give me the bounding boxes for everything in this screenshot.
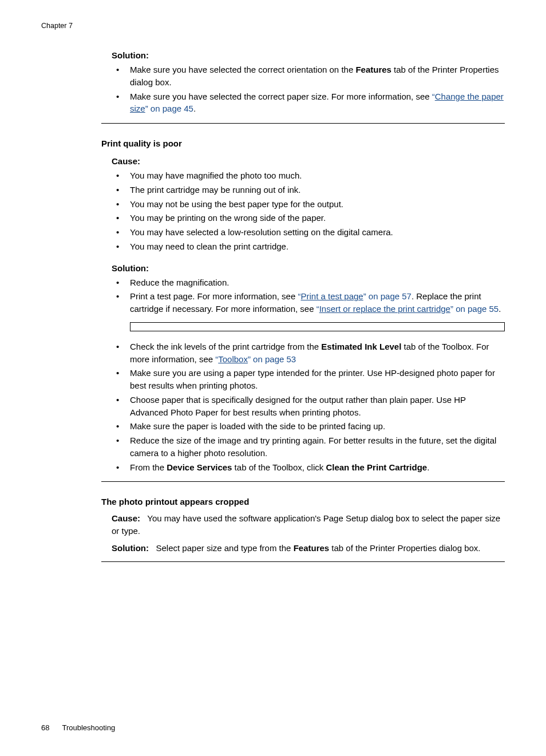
list-item: Make sure you are using a paper type int… (112, 367, 505, 392)
solution-paragraph: Solution: Select paper size and type fro… (112, 542, 505, 555)
list-item: The print cartridge may be running out o… (112, 184, 505, 196)
bold-text: Features (294, 543, 330, 553)
solution-list-1: Make sure you have selected the correct … (112, 64, 505, 115)
text: Make sure you have selected the correct … (130, 92, 432, 101)
list-item: Choose paper that is specifically design… (112, 394, 505, 419)
solution-heading-1: Solution: (112, 50, 505, 60)
list-item: Make sure you have selected the correct … (112, 64, 505, 89)
footer-section: Troubleshooting (62, 723, 115, 732)
print-test-page-link[interactable]: Print a test page (300, 291, 363, 301)
list-item: Print a test page. For more information,… (112, 290, 505, 315)
list-item: You may have magnified the photo too muc… (112, 169, 505, 182)
link-page-ref: ” on page 53 (248, 354, 296, 364)
separator (101, 481, 505, 482)
text: From the (130, 462, 167, 472)
solution-heading-2: Solution: (112, 263, 505, 273)
cause-text: You may have used the software applicati… (112, 513, 500, 536)
solution-list-2b: Check the ink levels of the print cartri… (112, 341, 505, 474)
text: Check the ink levels of the print cartri… (130, 342, 321, 351)
text: . (498, 304, 501, 314)
list-item: From the Device Services tab of the Tool… (112, 461, 505, 474)
cause-heading: Cause: (112, 156, 505, 166)
text: . (427, 462, 429, 472)
cause-list: You may have magnified the photo too muc… (112, 169, 505, 253)
text: Make sure you have selected the correct … (130, 65, 355, 74)
solution-list-2: Reduce the magnification. Print a test p… (112, 276, 505, 315)
bold-text: Estimated Ink Level (321, 342, 401, 351)
list-item: Reduce the magnification. (112, 276, 505, 289)
insert-replace-cartridge-link[interactable]: Insert or replace the print cartridge (319, 304, 450, 314)
cause-paragraph: Cause: You may have used the software ap… (112, 512, 505, 537)
page-footer: 68Troubleshooting (41, 723, 115, 732)
list-item: You may be printing on the wrong side of… (112, 212, 505, 224)
page-number: 68 (41, 723, 49, 732)
cropped-heading: The photo printout appears cropped (101, 497, 505, 506)
list-item: Make sure the paper is loaded with the s… (112, 420, 505, 433)
link-page-ref: ” on page 45 (145, 104, 193, 113)
chapter-header: Chapter 7 (41, 22, 505, 30)
text: . (193, 104, 196, 113)
cause-label: Cause: (112, 513, 140, 523)
link-page-ref: ” on page 55 (450, 304, 498, 314)
bold-text: Features (355, 65, 391, 74)
toolbox-link[interactable]: Toolbox (218, 354, 248, 364)
text: Select paper size and type from the (156, 543, 294, 553)
separator (101, 561, 505, 562)
link-page-ref: ” on page 57 (363, 291, 412, 301)
list-item: You may need to clean the print cartridg… (112, 240, 505, 253)
list-item: Check the ink levels of the print cartri… (112, 341, 505, 366)
text: tab of the Toolbox, click (232, 462, 326, 472)
list-item: You may not be using the best paper type… (112, 198, 505, 211)
list-item: You may have selected a low-resolution s… (112, 226, 505, 239)
note-box (130, 322, 505, 331)
list-item: Make sure you have selected the correct … (112, 90, 505, 116)
list-item: Reduce the size of the image and try pri… (112, 434, 505, 460)
bold-text: Device Services (167, 462, 232, 472)
solution-label: Solution: (112, 543, 149, 553)
separator (101, 123, 505, 124)
text: tab of the Printer Properties dialog box… (329, 543, 480, 553)
bold-text: Clean the Print Cartridge (326, 462, 427, 472)
text: Print a test page. For more information,… (130, 291, 298, 301)
print-quality-heading: Print quality is poor (101, 138, 505, 148)
